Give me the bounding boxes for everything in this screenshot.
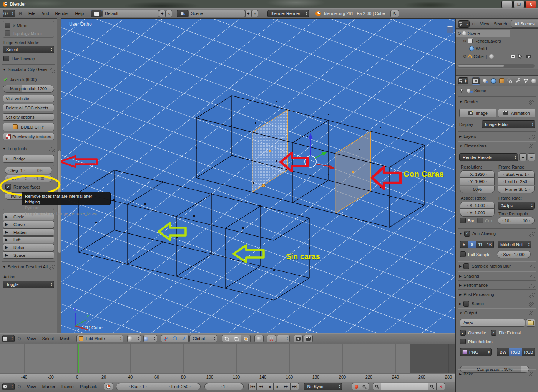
space-button[interactable]: Space	[10, 251, 54, 259]
visit-website-button[interactable]: Visit website	[3, 95, 54, 102]
add-layout-button[interactable]: +	[159, 10, 166, 17]
panel-header-scg[interactable]: ▼Suicidator City Gener	[3, 66, 56, 73]
panel-header-stamp[interactable]: ▶ Stamp	[459, 301, 536, 307]
tab-modifiers[interactable]	[514, 77, 522, 85]
use-preview-range-button[interactable]	[104, 383, 113, 390]
outliner-item-world[interactable]: World	[468, 45, 487, 52]
edge-select-dropdown[interactable]: Select▲▼	[3, 46, 54, 53]
panel-header-performance[interactable]: ▶Performance	[459, 282, 536, 288]
auto-keying-set-button[interactable]	[360, 383, 369, 390]
menu-search-outliner[interactable]: Search	[492, 22, 510, 26]
aa-filter-dropdown[interactable]: Mitchell-Net▲▼	[498, 241, 531, 248]
render-opengl-button[interactable]	[294, 335, 303, 342]
aa-samples-11-button[interactable]: 11	[476, 241, 485, 248]
render-image-button[interactable]: ✦ Image	[459, 109, 496, 117]
auto-keyframe-button[interactable]	[352, 383, 360, 390]
keying-set-icon-button[interactable]	[373, 383, 381, 390]
tab-render[interactable]	[472, 77, 480, 85]
expand-properties-region-button[interactable]: +	[447, 26, 453, 33]
scene-selector-icon[interactable]	[177, 10, 188, 17]
panel-header-looptools[interactable]: ▼LoopTools	[3, 146, 56, 152]
crop-checkbox[interactable]	[477, 218, 483, 223]
preview-city-textures-button[interactable]: Preview city textures	[3, 133, 54, 140]
menu-marker[interactable]: Marker	[39, 384, 58, 389]
anti-aliasing-checkbox[interactable]: ✓	[464, 231, 470, 237]
flatten-button[interactable]: Flatten	[10, 228, 54, 236]
collapse-menus-icon[interactable]: ⊖	[472, 22, 475, 26]
visibility-eye-icon[interactable]	[510, 55, 516, 58]
menu-render[interactable]: Render	[52, 11, 72, 16]
file-extensions-checkbox[interactable]: ✓	[491, 330, 496, 336]
face-select-mode-button[interactable]	[241, 335, 251, 342]
frame-start-field[interactable]: ‹Start: 1›	[116, 383, 159, 390]
live-unwrap-checkbox[interactable]	[3, 56, 9, 61]
delete-scene-button[interactable]: ×	[252, 10, 258, 17]
play-button[interactable]: ▶	[274, 383, 282, 390]
pivot-point-dropdown[interactable]: ▲▼	[143, 335, 157, 342]
window-duplicate-icon[interactable]: ⇱	[390, 10, 399, 17]
tab-scene[interactable]	[482, 77, 490, 85]
delete-layout-button[interactable]: ×	[166, 10, 172, 17]
menu-help[interactable]: Help	[72, 11, 87, 16]
flatten-expand-button[interactable]: ▶	[3, 228, 10, 236]
aa-samples-8-button[interactable]: 8	[468, 241, 476, 248]
bridge-expand-button[interactable]: ▼	[3, 155, 10, 163]
collapse-menus-icon[interactable]: ⊖	[17, 336, 21, 341]
border-checkbox[interactable]	[460, 218, 466, 223]
keying-set-field[interactable]	[381, 383, 428, 390]
frame-end-field[interactable]: ‹End: 250›	[159, 383, 201, 390]
editor-type-button[interactable]: ⓘ▲▼	[3, 10, 15, 17]
build-city-button[interactable]: BUILD CITY	[3, 123, 54, 131]
bridge-button[interactable]: Bridge	[10, 155, 54, 163]
vertex-select-mode-button[interactable]	[222, 335, 231, 342]
collapse-icon[interactable]: ⊖	[458, 31, 461, 35]
editor-type-button-outliner[interactable]: ▲▼	[458, 20, 470, 28]
collapse-menus-icon[interactable]: ⊖	[18, 11, 22, 16]
viewport-canvas[interactable]	[61, 19, 455, 333]
scrollbar-handle[interactable]	[458, 65, 504, 67]
loft-button[interactable]: Loft	[10, 236, 54, 243]
sync-mode-dropdown[interactable]: No Sync▲▼	[304, 383, 342, 390]
renderability-camera-icon[interactable]	[526, 55, 531, 58]
display-dropdown[interactable]: Image Editor▲▼	[482, 120, 535, 128]
delete-scg-objects-button[interactable]: Delete all SCG objects	[3, 104, 54, 111]
channels-bw-button[interactable]: BW	[497, 348, 509, 356]
aspect-y-field[interactable]: ‹Y: 1.000›	[460, 209, 495, 217]
render-engine-selector[interactable]: Blender Render▲▼	[267, 10, 309, 17]
placeholders-checkbox[interactable]	[460, 339, 466, 344]
manipulator-translate-button[interactable]	[161, 335, 170, 342]
aa-size-field[interactable]: ‹Size: 1.000›	[497, 251, 531, 258]
output-path-field[interactable]: /tmp\	[460, 319, 525, 327]
snap-toggle-button[interactable]	[267, 335, 276, 342]
snap-element-dropdown[interactable]: ▲▼	[277, 335, 290, 342]
frame-end-field-props[interactable]: ‹End Fr: 250›	[498, 178, 535, 185]
topology-mirror-checkbox[interactable]	[5, 30, 10, 36]
aspect-x-field[interactable]: ‹X: 1.000›	[460, 202, 495, 209]
panel-header-output[interactable]: ▼Output	[459, 310, 536, 316]
tab-object[interactable]	[498, 77, 506, 85]
insert-keyframe-button[interactable]	[428, 383, 437, 390]
outliner-item-cube[interactable]: ⊕ Cube |	[463, 53, 494, 60]
aa-samples-5-button[interactable]: 5	[460, 241, 468, 248]
expand-icon[interactable]: ⊕	[463, 39, 466, 43]
x-mirror-checkbox[interactable]	[5, 23, 10, 28]
outliner-scrollbar[interactable]	[458, 64, 535, 68]
bridge-percent-field[interactable]: 0%	[28, 167, 52, 174]
minimize-button[interactable]: —	[501, 1, 513, 8]
channels-rgba-button[interactable]: RGB	[522, 348, 535, 356]
curve-expand-button[interactable]: ▶	[3, 221, 10, 228]
menu-view-timeline[interactable]: View	[24, 384, 39, 389]
jump-prev-keyframe-button[interactable]: ◀◀	[257, 383, 265, 390]
play-reverse-button[interactable]: ◀	[265, 383, 274, 390]
outliner-item-renderlayers[interactable]: ⊕ RenderLayers	[463, 37, 501, 45]
circle-expand-button[interactable]: ▶	[3, 213, 10, 220]
space-expand-button[interactable]: ▶	[3, 251, 10, 259]
tool-shelf-scrollbar[interactable]	[57, 18, 61, 333]
menu-frame[interactable]: Frame	[58, 384, 77, 389]
edge-select-mode-button[interactable]	[231, 335, 241, 342]
action-dropdown[interactable]: Toggle▲▼	[3, 281, 54, 288]
stamp-checkbox[interactable]	[463, 301, 469, 307]
bridge-interpolation-dropdown[interactable]: Linear▲▼	[5, 175, 28, 182]
screen-layout-selector[interactable]: Default	[102, 10, 159, 17]
resolution-x-field[interactable]: ‹X: 1920›	[460, 170, 495, 178]
